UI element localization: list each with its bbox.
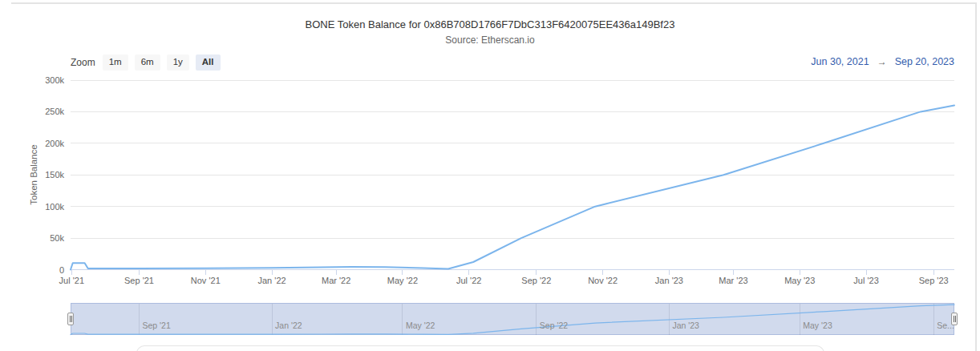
range-from-input[interactable]: Jun 30, 2021 <box>811 56 869 67</box>
navigator-tick-label: Jan '23 <box>672 321 699 330</box>
x-tick-label: Jan '22 <box>248 276 296 285</box>
x-tick-label: Sep '22 <box>512 276 561 285</box>
y-tick-label: 300k <box>0 75 64 85</box>
x-tick-label: Jul '21 <box>47 276 95 285</box>
x-tick-label: Sep '21 <box>115 276 164 285</box>
x-tick-label: Sep '23 <box>909 276 958 285</box>
chart-subtitle: Source: Etherscan.io <box>0 34 980 46</box>
x-tick-label: May '23 <box>775 276 824 285</box>
range-to-input[interactable]: Sep 20, 2023 <box>895 56 954 67</box>
range-selector: Zoom 1m 6m 1y All <box>71 54 221 71</box>
y-tick-label: 100k <box>0 202 64 212</box>
card-border-top <box>11 2 977 4</box>
x-tick-label: Nov '21 <box>181 276 229 285</box>
y-tick-label: 0 <box>0 265 64 275</box>
navigator-tick-label: May '22 <box>406 321 435 330</box>
x-tick-label: Nov '22 <box>579 276 627 285</box>
x-tick-label: Mar '23 <box>710 276 758 285</box>
chart-title: BONE Token Balance for 0x86B708D1766F7Db… <box>0 18 980 30</box>
zoom-button-1y[interactable]: 1y <box>167 54 189 71</box>
navigator-right-handle[interactable] <box>951 313 958 325</box>
x-tick-label: Mar '22 <box>312 276 360 285</box>
cropped-panel-below <box>136 345 824 351</box>
y-tick-label: 50k <box>0 233 64 243</box>
navigator-tick-label: Jan '22 <box>275 321 302 330</box>
navigator-tick-label: Sep '22 <box>540 321 568 330</box>
zoom-button-1m[interactable]: 1m <box>103 54 128 71</box>
x-tick-label: Jul '23 <box>842 276 890 285</box>
navigator-mask[interactable] <box>71 303 954 335</box>
token-balance-chart-card: BONE Token Balance for 0x86B708D1766F7Db… <box>0 0 980 351</box>
card-border-right <box>975 2 977 351</box>
arrow-right-icon: → <box>877 56 887 67</box>
x-tick-label: Jan '23 <box>645 276 693 285</box>
y-tick-label: 150k <box>0 170 64 180</box>
zoom-label: Zoom <box>71 57 95 68</box>
x-tick-label: May '22 <box>379 276 427 285</box>
zoom-button-6m[interactable]: 6m <box>135 54 160 71</box>
navigator-tick-label: Sep '21 <box>143 321 171 330</box>
zoom-button-all[interactable]: All <box>196 54 221 71</box>
navigator-left-handle[interactable] <box>67 313 74 325</box>
y-tick-label: 200k <box>0 139 64 148</box>
x-tick-label: Jul '22 <box>445 276 493 285</box>
navigator-tick-label: May '23 <box>803 321 832 330</box>
y-tick-label: 250k <box>0 107 64 116</box>
date-range-inputs: Jun 30, 2021 → Sep 20, 2023 <box>811 56 954 67</box>
chart-plot-area[interactable] <box>0 0 980 351</box>
